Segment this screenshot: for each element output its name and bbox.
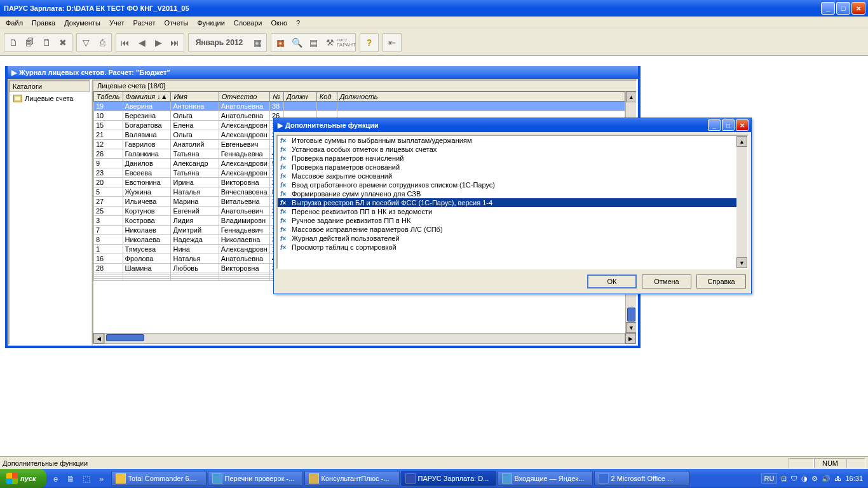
column-header[interactable]: Код — [316, 92, 337, 102]
menu-item[interactable]: Документы — [60, 18, 105, 28]
tray-icon[interactable]: ◑ — [801, 475, 808, 483]
print-icon[interactable]: ⎙ — [94, 34, 111, 51]
column-header[interactable]: Отчество — [219, 92, 269, 102]
function-list-item[interactable]: f×Ввод отработанного времени сотрудников… — [278, 180, 736, 189]
menu-item[interactable]: Учет — [105, 18, 129, 28]
task-label: Перечни проверок -... — [225, 475, 295, 482]
fx-icon: f× — [280, 173, 289, 180]
prev-icon[interactable]: ◀ — [133, 34, 150, 51]
column-header[interactable]: Должн — [283, 92, 316, 102]
edit-icon[interactable]: 🗒 — [38, 34, 55, 51]
menu-item[interactable]: Функции — [193, 18, 229, 28]
journal-titlebar[interactable]: ▶ Журнал лицевых счетов. Расчет: "Бюджет… — [8, 66, 638, 79]
taskbar-button[interactable]: ПАРУС Зарплата: D... — [401, 471, 496, 486]
ql-ie-icon[interactable]: e — [49, 471, 63, 486]
function-list-item[interactable]: f×Журнал действий пользователей — [278, 234, 736, 243]
dialog-minimize-button[interactable]: _ — [708, 119, 721, 131]
exit-icon[interactable]: ⇤ — [384, 34, 400, 51]
help-icon[interactable]: ? — [361, 34, 377, 51]
tree-item-accounts[interactable]: Лицевые счета — [11, 93, 88, 104]
functions-list[interactable]: f×Итоговые суммы по выбранным выплатам/у… — [278, 136, 736, 268]
dialog-close-button[interactable]: ✕ — [736, 119, 749, 131]
menu-item[interactable]: Правка — [27, 18, 60, 28]
tray-icon[interactable]: 🖧 — [834, 475, 841, 482]
table-row[interactable]: 19АверинаАнтонинаАнатольевна38 — [94, 102, 625, 111]
ql-desktop-icon[interactable]: ⬚ — [79, 471, 93, 486]
scroll-up-icon[interactable]: ▲ — [626, 92, 636, 102]
scroll-down-icon[interactable]: ▼ — [736, 257, 747, 268]
taskbar-button[interactable]: 2 Microsoft Office ... — [594, 471, 689, 486]
period-label: Январь 2012 — [189, 34, 249, 51]
function-list-item[interactable]: f×Массовое исправление параметров Л/С (С… — [278, 225, 736, 234]
scroll-right-icon[interactable]: ▶ — [625, 333, 636, 344]
start-button[interactable]: пуск — [0, 469, 46, 488]
main-titlebar: ПАРУС Зарплата: D:\DATA ЕК ТЕСТ ФО КНГ_V… — [0, 0, 868, 17]
copy-icon[interactable]: 🗐 — [22, 34, 38, 51]
scroll-down-icon[interactable]: ▼ — [626, 322, 636, 333]
first-icon[interactable]: ⏮ — [117, 34, 133, 51]
function-list-item[interactable]: f×Перенос реквизитов ПП в НК из ведомост… — [278, 207, 736, 216]
function-list-item[interactable]: f×Итоговые суммы по выбранным выплатам/у… — [278, 136, 736, 145]
delete-icon[interactable]: ✖ — [55, 34, 71, 51]
tray-icon[interactable]: ⊡ — [781, 475, 787, 483]
function-list-item[interactable]: f×Установка особых отметок в лицевых сче… — [278, 145, 736, 154]
menu-item[interactable]: Окно — [267, 18, 292, 28]
calc-icon[interactable]: ▦ — [272, 34, 288, 51]
new-document-icon[interactable]: 🗋 — [5, 34, 22, 51]
last-icon[interactable]: ⏭ — [166, 34, 183, 51]
system-tray[interactable]: RU ⊡ 🛡 ◑ ⚙ 🔊 🖧 16:31 — [759, 473, 865, 484]
list-vertical-scrollbar[interactable]: ▲ ▼ — [736, 136, 747, 268]
function-list-item[interactable]: f×Проверка параметров начислений — [278, 154, 736, 163]
function-list-item[interactable]: f×Формирование сумм уплачено для СЗВ — [278, 189, 736, 198]
window-maximize-button[interactable] — [836, 2, 850, 15]
function-label: Журнал действий пользователей — [292, 234, 400, 242]
view-icon[interactable]: 🔍 — [288, 34, 305, 51]
window-minimize-button[interactable] — [821, 2, 835, 15]
language-indicator[interactable]: RU — [761, 473, 778, 484]
filter-icon[interactable]: ▽ — [78, 34, 94, 51]
tray-icon[interactable]: ⚙ — [811, 475, 818, 483]
column-header[interactable]: Табель — [94, 92, 123, 102]
scroll-up-icon[interactable]: ▲ — [736, 136, 747, 147]
tools-icon[interactable]: ⚒ — [322, 34, 338, 51]
column-header[interactable]: Фамилия ↓▲ — [123, 92, 171, 102]
help-button[interactable]: Справка — [696, 274, 746, 288]
tray-clock[interactable]: 16:31 — [845, 475, 863, 482]
function-label: Формирование сумм уплачено для СЗВ — [292, 190, 421, 198]
window-close-button[interactable] — [851, 2, 865, 15]
dialog-maximize-button[interactable]: □ — [722, 119, 735, 131]
column-header[interactable]: № — [269, 92, 283, 102]
column-header[interactable]: Имя — [171, 92, 219, 102]
ql-doc-icon[interactable]: 🗎 — [64, 471, 78, 486]
next-icon[interactable]: ▶ — [150, 34, 166, 51]
grid-horizontal-scrollbar[interactable]: ◀ ▶ — [93, 333, 636, 344]
ok-button[interactable]: ОК — [587, 274, 637, 288]
menu-item[interactable]: Файл — [1, 18, 27, 28]
function-list-item[interactable]: f×Проверка параметров оснований — [278, 163, 736, 172]
fx-icon: f× — [280, 208, 289, 215]
menu-item[interactable]: Словари — [229, 18, 267, 28]
tray-icon[interactable]: 🔊 — [822, 475, 831, 483]
menu-item[interactable]: ? — [292, 18, 304, 28]
status-text: Дополнительные функции — [3, 459, 88, 467]
garant-icon[interactable]: систГАРАНТ — [338, 34, 355, 51]
menu-item[interactable]: Отчеты — [159, 18, 193, 28]
cancel-button[interactable]: Отмена — [642, 274, 691, 288]
fx-icon: f× — [280, 137, 289, 144]
menu-item[interactable]: Расчет — [128, 18, 159, 28]
function-list-item[interactable]: f×Просмотр таблиц с сортировкой — [278, 243, 736, 252]
calendar-icon[interactable]: ▦ — [249, 34, 266, 51]
table-icon[interactable]: ▤ — [305, 34, 322, 51]
function-list-item[interactable]: f×Ручное задание реквизитов ПП в НК — [278, 216, 736, 225]
taskbar-button[interactable]: КонсультантПлюс -... — [304, 471, 400, 486]
function-list-item[interactable]: f×Выгрузка реестров БЛ и пособий ФСС (1С… — [278, 198, 736, 207]
taskbar-button[interactable]: Входящие — Яндек... — [498, 471, 593, 486]
scroll-left-icon[interactable]: ◀ — [93, 333, 104, 344]
function-list-item[interactable]: f×Массовое закрытие оснований — [278, 172, 736, 180]
column-header[interactable]: Должность — [337, 92, 625, 102]
ql-chevron-icon[interactable]: » — [95, 471, 109, 486]
taskbar-button[interactable]: Перечни проверок -... — [208, 471, 303, 486]
dialog-titlebar[interactable]: ▶Дополнительные функции _ □ ✕ — [274, 118, 751, 132]
taskbar-button[interactable]: Total Commander 6.... — [111, 471, 207, 486]
tray-icon[interactable]: 🛡 — [790, 475, 797, 482]
